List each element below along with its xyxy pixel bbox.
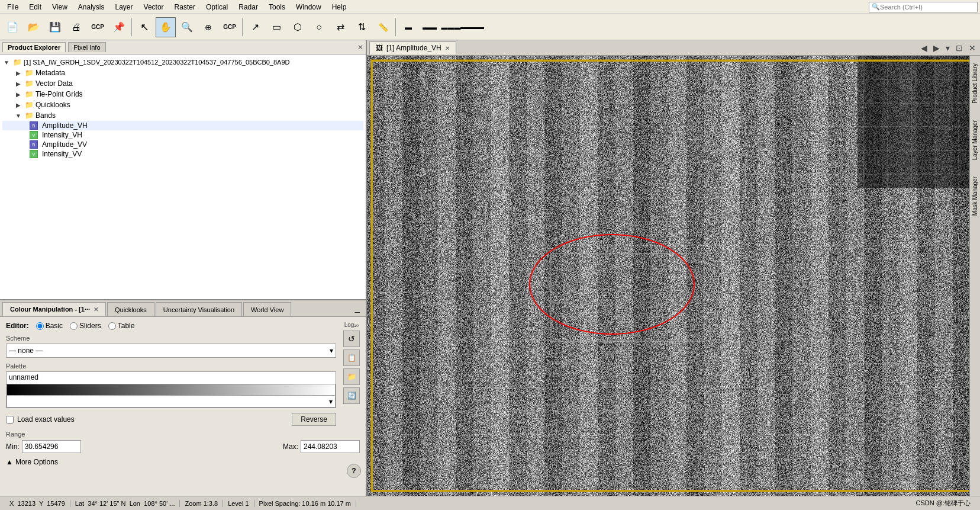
max-input[interactable]: [301, 440, 360, 453]
radio-table[interactable]: Table: [108, 322, 135, 330]
menu-edit[interactable]: Edit: [24, 2, 46, 12]
print-button[interactable]: 🖨: [66, 17, 86, 37]
apply-button[interactable]: 🔄: [343, 387, 360, 404]
search-box[interactable]: 🔍: [869, 2, 978, 12]
help-button[interactable]: ?: [347, 464, 361, 478]
export-button[interactable]: 📁: [343, 368, 360, 385]
tree-root[interactable]: ▼ 📁 [1] S1A_IW_GRDH_1SDV_20230322T104512…: [2, 57, 363, 68]
pan-button[interactable]: ✋: [156, 17, 176, 37]
ruler-button[interactable]: 📏: [373, 17, 393, 37]
map-area[interactable]: [367, 56, 980, 496]
tree-node-int-vh[interactable]: V Intensity_VH: [2, 130, 363, 140]
menu-file[interactable]: File: [2, 2, 23, 12]
zoom-in-button[interactable]: ⊕: [198, 17, 218, 37]
reset-button[interactable]: ↺: [343, 331, 360, 347]
menu-raster[interactable]: Raster: [170, 2, 200, 12]
import-button[interactable]: 📋: [343, 349, 360, 366]
metadata-expand-icon[interactable]: ▶: [14, 69, 22, 77]
menu-vector[interactable]: Vector: [139, 2, 169, 12]
colour-tab-close-icon[interactable]: ✕: [94, 306, 98, 313]
select-button[interactable]: ↖: [134, 17, 154, 37]
load-exact-checkbox[interactable]: [6, 416, 14, 424]
tab-product-explorer[interactable]: Product Explorer: [2, 42, 66, 52]
rec3-button[interactable]: ▬▬▬: [441, 17, 461, 37]
menu-layer[interactable]: Layer: [111, 2, 138, 12]
tab-quicklooks[interactable]: Quicklooks: [107, 302, 154, 316]
menu-help[interactable]: Help: [327, 2, 352, 12]
quicklooks-expand-icon[interactable]: ▶: [14, 101, 22, 109]
tiepoint-folder-icon: 📁: [24, 89, 34, 99]
more-options[interactable]: ▲ More Options: [6, 458, 360, 466]
rec2-button[interactable]: ▬▬: [420, 17, 440, 37]
map-tab-close-icon[interactable]: ✕: [445, 45, 450, 52]
min-input[interactable]: [22, 440, 81, 453]
transform-button[interactable]: ⇄: [330, 17, 350, 37]
uncertainty-tab-label: Uncertainty Visualisation: [163, 306, 234, 313]
tab-pixel-info[interactable]: Pixel Info: [68, 42, 105, 52]
range-inputs: Min: Max:: [6, 440, 360, 453]
tab-colour-manipulation[interactable]: Colour Manipulation - [1··· ✕: [2, 302, 106, 316]
tree-node-int-vv[interactable]: V Intensity_VV: [2, 149, 363, 159]
radio-basic-input[interactable]: [36, 322, 44, 330]
radio-table-label: Table: [118, 322, 135, 330]
bottom-panel-minimize-icon[interactable]: ─: [351, 308, 363, 316]
scheme-select[interactable]: — none — ▾: [6, 344, 336, 358]
tree-node-amp-vv[interactable]: B Amplitude_VV: [2, 140, 363, 149]
product-explorer: Product Explorer Pixel Info ✕ ▼ 📁 [1] S1…: [0, 40, 366, 300]
map-nav-prev-icon[interactable]: ◀: [919, 43, 929, 53]
tree-node-vector[interactable]: ▶ 📁 Vector Data: [2, 78, 363, 89]
root-expand-icon[interactable]: ▼: [2, 58, 11, 66]
map-tabs-bar: 🖼 [1] Amplitude_VH ✕ ◀ ▶ ▾ ⊡ ✕: [367, 40, 980, 56]
tree-node-metadata[interactable]: ▶ 📁 Metadata: [2, 68, 363, 78]
menu-optical[interactable]: Optical: [201, 2, 233, 12]
map-nav-down-icon[interactable]: ▾: [944, 43, 952, 53]
bands-expand-icon[interactable]: ▼: [14, 111, 22, 120]
sidebar-item-mask-manager[interactable]: Mask Manager: [970, 171, 980, 221]
rec1-button[interactable]: ▬: [398, 17, 418, 37]
tab-uncertainty-visualisation[interactable]: Uncertainty Visualisation: [156, 302, 242, 316]
draw-circle-button[interactable]: ○: [309, 17, 329, 37]
radio-sliders-input[interactable]: [70, 322, 78, 330]
min-field: Min:: [6, 440, 81, 453]
map-nav-float-icon[interactable]: ⊡: [954, 43, 965, 53]
tree-node-quicklooks[interactable]: ▶ 📁 Quicklooks: [2, 100, 363, 110]
menu-radar[interactable]: Radar: [234, 2, 263, 12]
tiepoint-expand-icon[interactable]: ▶: [14, 90, 22, 98]
menu-window[interactable]: Window: [291, 2, 326, 12]
gcp2-button[interactable]: 📌: [109, 17, 129, 37]
rec4-button[interactable]: ▬▬▬▬: [462, 17, 482, 37]
panel-close-icon[interactable]: ✕: [357, 43, 363, 52]
radio-table-input[interactable]: [108, 322, 116, 330]
map-nav-close-icon[interactable]: ✕: [967, 43, 978, 53]
palette-select[interactable]: unnamed ▾: [6, 371, 336, 408]
map-nav-next-icon[interactable]: ▶: [931, 43, 942, 53]
sidebar-item-product-library[interactable]: Product Library: [970, 58, 980, 109]
menu-analysis[interactable]: Analysis: [73, 2, 109, 12]
tree-node-bands[interactable]: ▼ 📁 Bands: [2, 110, 363, 121]
radio-basic[interactable]: Basic: [36, 322, 63, 330]
arrow-button[interactable]: ↗: [245, 17, 265, 37]
tree-node-tiepoint[interactable]: ▶ 📁 Tie-Point Grids: [2, 89, 363, 100]
map-tab-amplitude-vh[interactable]: 🖼 [1] Amplitude_VH ✕: [369, 41, 456, 54]
gcp1-button[interactable]: GCP: [88, 17, 108, 37]
open-button[interactable]: 📂: [24, 17, 44, 37]
vector-expand-icon[interactable]: ▶: [14, 79, 22, 88]
gcp3-button[interactable]: GCP: [220, 17, 240, 37]
status-lat-value: 34° 12' 15" N: [88, 500, 125, 507]
transform2-button[interactable]: ⇅: [352, 17, 372, 37]
sidebar-item-layer-manager[interactable]: Layer Manager: [970, 115, 980, 165]
tree-node-amp-vh[interactable]: B Amplitude_VH: [2, 121, 363, 130]
zoom-button[interactable]: 🔍: [177, 17, 197, 37]
menu-tools[interactable]: Tools: [264, 2, 290, 12]
draw-poly-button[interactable]: ⬡: [288, 17, 308, 37]
reverse-button[interactable]: Reverse: [292, 413, 336, 426]
palette-dropdown-icon[interactable]: ▾: [7, 396, 336, 408]
radio-sliders[interactable]: Sliders: [70, 322, 101, 330]
new-button[interactable]: 📄: [2, 17, 22, 37]
save-button[interactable]: 💾: [45, 17, 65, 37]
search-input[interactable]: [880, 4, 975, 11]
menu-view[interactable]: View: [47, 2, 72, 12]
palette-label: Palette: [6, 363, 336, 370]
tab-world-view[interactable]: World View: [243, 302, 291, 316]
draw-rect-button[interactable]: ▭: [266, 17, 286, 37]
